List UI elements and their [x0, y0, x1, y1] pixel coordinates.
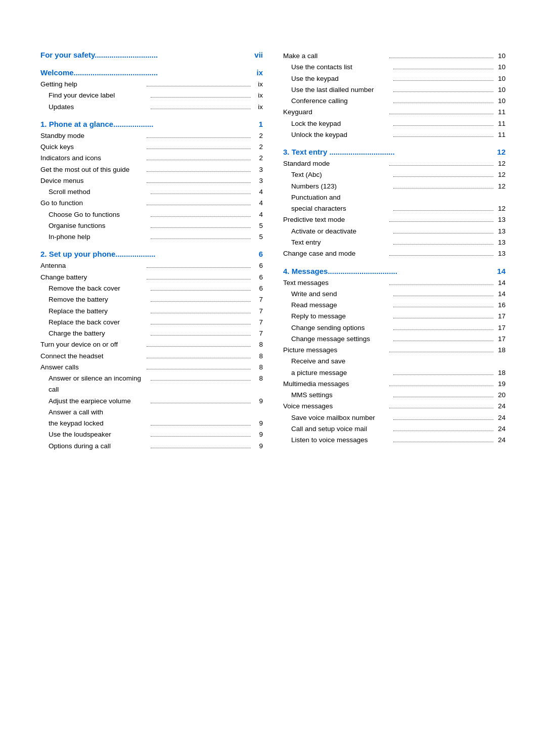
toc-entry: Text messages14 [283, 277, 506, 289]
toc-entry-page: 10 [495, 96, 506, 107]
toc-entry: Device menus3 [40, 175, 263, 186]
toc-entry-label: Options during a call [40, 441, 149, 452]
section-header: For your safety.........................… [40, 51, 263, 59]
toc-entry-page: 8 [253, 362, 263, 373]
toc-entry-page: 12 [495, 169, 506, 180]
toc-entry-multiline-second: special characters12 [283, 203, 506, 214]
toc-entry-page: 10 [495, 62, 506, 73]
toc-entry-page: 5 [253, 220, 263, 231]
toc-entry-page: 2 [253, 130, 263, 141]
toc-entry-label: Remove the battery [40, 294, 149, 305]
toc-dots [147, 137, 251, 138]
toc-entry-label: Voice messages [283, 401, 387, 412]
toc-entry: Adjust the earpiece volume9 [40, 396, 263, 407]
toc-entry: Multimedia messages19 [283, 379, 506, 390]
toc-entry-label: Text entry [283, 237, 391, 248]
toc-entry-page: 24 [495, 412, 506, 423]
toc-entry: Listen to voice messages24 [283, 435, 506, 446]
toc-dots [393, 442, 493, 442]
toc-entry-label: Adjust the earpiece volume [40, 396, 149, 407]
toc-entry-label: Turn your device on or off [40, 339, 145, 350]
toc-dots [151, 425, 251, 426]
toc-entry: Remove the battery7 [40, 294, 263, 305]
toc-entry-page: 5 [253, 231, 263, 243]
toc-entry: Go to function4 [40, 198, 263, 209]
toc-entry-label: Standby mode [40, 130, 145, 141]
toc-dots [151, 239, 251, 239]
toc-entry-label: Organise functions [40, 220, 149, 231]
toc-dots [151, 216, 251, 217]
toc-dots [147, 267, 251, 268]
toc-dots [393, 80, 493, 81]
toc-entry-page: 16 [495, 300, 506, 311]
section-gap [40, 113, 263, 120]
toc-entry: Change message settings17 [283, 334, 506, 345]
toc-dots [147, 369, 251, 369]
toc-entry-page: 9 [253, 441, 263, 452]
toc-entry-page: ix [253, 102, 263, 113]
toc-dots [393, 318, 493, 318]
toc-entry-label: Change message settings [283, 334, 391, 345]
toc-entry: Change sending options17 [283, 322, 506, 334]
toc-entry: Unlock the keypad11 [283, 129, 506, 140]
toc-dots [151, 227, 251, 228]
toc-entry: In-phone help5 [40, 231, 263, 243]
toc-entry-label: Go to function [40, 198, 145, 209]
toc-entry: Organise functions5 [40, 220, 263, 231]
toc-dots [393, 419, 493, 420]
section-header-label: 1. Phone at a glance................... [40, 120, 255, 128]
section-header-label: 4. Messages.............................… [283, 267, 493, 275]
toc-entry-label: Answer or silence an incoming call [40, 373, 149, 396]
toc-entry-label: Predictive text mode [283, 214, 387, 225]
toc-entry-page: 18 [495, 345, 506, 356]
toc-entry-page: 4 [253, 198, 263, 209]
toc-entry-page: 14 [495, 277, 506, 289]
toc-entry-label: Standard mode [283, 158, 387, 169]
section-header-page: 12 [497, 148, 506, 156]
toc-entry-page: 6 [253, 260, 263, 271]
toc-entry-label: Updates [40, 102, 149, 113]
toc-dots [393, 431, 493, 431]
section-header: Welcome.................................… [40, 68, 263, 77]
toc-entry: Numbers (123)12 [283, 181, 506, 192]
toc-entry-page: 9 [253, 418, 263, 429]
toc-entry-page: ix [253, 90, 263, 101]
toc-entry-label: Scroll method [40, 186, 149, 198]
toc-entry-page: 4 [253, 209, 263, 220]
toc-dots [393, 91, 493, 92]
section-header-page: 1 [259, 120, 263, 128]
toc-entry-page: 19 [495, 379, 506, 390]
toc-entry: Standard mode12 [283, 158, 506, 169]
toc-dots [393, 125, 493, 126]
toc-entry-multiline-first: Punctuation and12 [283, 192, 506, 203]
toc-dots [389, 255, 493, 256]
toc-entry: Picture messages18 [283, 345, 506, 356]
toc-entry-label: special characters [283, 203, 391, 214]
toc-dots [147, 182, 251, 183]
toc-entry: Read message16 [283, 300, 506, 311]
toc-dots [151, 448, 251, 448]
toc-entry: Activate or deactivate13 [283, 226, 506, 237]
toc-entry: Text (Abc)12 [283, 169, 506, 180]
toc-entry-page: 7 [253, 294, 263, 305]
toc-dots [393, 244, 493, 245]
toc-entry: Use the keypad10 [283, 73, 506, 84]
toc-entry: MMS settings20 [283, 390, 506, 401]
section-header-page: 14 [497, 267, 506, 275]
toc-entry: Connect the headset8 [40, 351, 263, 362]
toc-entry-label: Activate or deactivate [283, 226, 391, 237]
toc-dots [393, 69, 493, 69]
section-header-page: ix [256, 68, 263, 77]
toc-entry: Replace the back cover7 [40, 317, 263, 328]
toc-dots [147, 279, 251, 279]
toc-entry-label: Text (Abc) [283, 169, 391, 180]
toc-entry-label: Keyguard [283, 107, 387, 118]
toc-entry-page: 11 [495, 118, 506, 129]
toc-entry-page: 11 [495, 129, 506, 140]
toc-entry-label: Change sending options [283, 322, 391, 334]
toc-left-column: For your safety.........................… [40, 51, 263, 452]
toc-entry-label: Get the most out of this guide [40, 164, 145, 175]
toc-entry-label: In-phone help [40, 231, 149, 243]
toc-entry: Save voice mailbox number24 [283, 412, 506, 423]
toc-entry: Make a call10 [283, 51, 506, 62]
